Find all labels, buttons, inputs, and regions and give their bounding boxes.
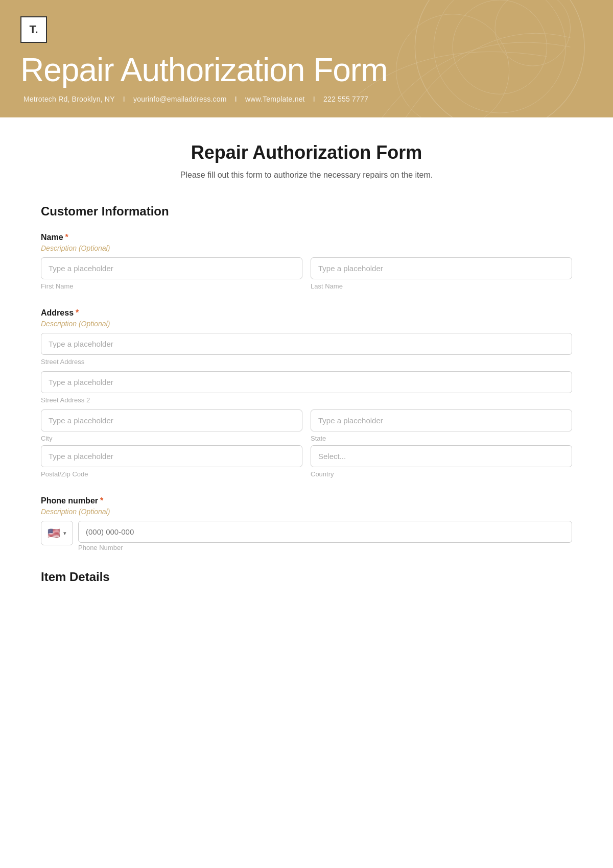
- street1-input[interactable]: [41, 333, 572, 355]
- contact-sep3: I: [313, 95, 317, 103]
- header-contact: Metrotech Rd, Brooklyn, NY I yourinfo@em…: [20, 95, 593, 103]
- item-details-title: Item Details: [41, 570, 572, 584]
- phone-field-group: Phone number * Description (Optional) 🇺🇸…: [41, 496, 572, 551]
- city-input[interactable]: [41, 409, 302, 431]
- phone-input-row: 🇺🇸 ▾ Phone Number: [41, 521, 572, 551]
- first-name-input[interactable]: [41, 257, 302, 279]
- street2-input[interactable]: [41, 371, 572, 393]
- contact-website: www.Template.net: [245, 95, 305, 103]
- city-sublabel: City: [41, 435, 302, 442]
- phone-label: Phone number *: [41, 496, 572, 505]
- customer-info-section: Customer Information Name * Description …: [41, 204, 572, 551]
- customer-info-title: Customer Information: [41, 204, 572, 219]
- state-col: State: [311, 409, 572, 442]
- form-title: Repair Authorization Form: [41, 142, 572, 163]
- phone-number-col: Phone Number: [78, 521, 572, 551]
- street1-sublabel: Street Address: [41, 358, 84, 366]
- contact-address: Metrotech Rd, Brooklyn, NY: [23, 95, 115, 103]
- address-required-marker: *: [76, 308, 79, 318]
- first-name-sublabel: First Name: [41, 282, 302, 290]
- contact-phone: 222 555 7777: [323, 95, 368, 103]
- item-details-section: Item Details: [41, 570, 572, 584]
- last-name-col: Last Name: [311, 257, 572, 290]
- state-sublabel: State: [311, 435, 572, 442]
- phone-required-marker: *: [100, 496, 103, 505]
- contact-sep2: I: [235, 95, 239, 103]
- postal-col: Postal/Zip Code: [41, 445, 302, 478]
- name-description: Description (Optional): [41, 244, 572, 252]
- phone-sublabel: Phone Number: [78, 544, 572, 551]
- country-input[interactable]: [311, 445, 572, 467]
- phone-flag: 🇺🇸: [48, 527, 60, 539]
- name-input-row: First Name Last Name: [41, 257, 572, 290]
- phone-country-selector[interactable]: 🇺🇸 ▾: [41, 521, 73, 545]
- chevron-down-icon: ▾: [63, 530, 66, 537]
- first-name-col: First Name: [41, 257, 302, 290]
- street2-row: Street Address 2: [41, 371, 572, 404]
- postal-sublabel: Postal/Zip Code: [41, 470, 302, 478]
- form-subtitle: Please fill out this form to authorize t…: [41, 171, 572, 180]
- contact-email: yourinfo@emailaddress.com: [133, 95, 227, 103]
- page-header: T. Repair Authorization Form Metrotech R…: [0, 0, 613, 117]
- address-description: Description (Optional): [41, 320, 572, 328]
- last-name-input[interactable]: [311, 257, 572, 279]
- company-logo: T.: [20, 16, 47, 43]
- address-field-group: Address * Description (Optional) Street …: [41, 308, 572, 478]
- postal-input[interactable]: [41, 445, 302, 467]
- phone-number-input[interactable]: [78, 521, 572, 543]
- name-field-group: Name * Description (Optional) First Name…: [41, 233, 572, 290]
- main-content: Repair Authorization Form Please fill ou…: [0, 117, 613, 629]
- contact-sep1: I: [123, 95, 127, 103]
- phone-description: Description (Optional): [41, 508, 572, 516]
- city-col: City: [41, 409, 302, 442]
- last-name-sublabel: Last Name: [311, 282, 572, 290]
- address-label: Address *: [41, 308, 572, 318]
- header-title: Repair Authorization Form: [20, 52, 593, 88]
- country-col: Country: [311, 445, 572, 478]
- state-input[interactable]: [311, 409, 572, 431]
- name-required-marker: *: [65, 233, 68, 242]
- country-sublabel: Country: [311, 470, 572, 478]
- street2-sublabel: Street Address 2: [41, 396, 90, 404]
- name-label: Name *: [41, 233, 572, 242]
- street1-row: Street Address: [41, 333, 572, 366]
- postal-country-row: Postal/Zip Code Country: [41, 445, 572, 478]
- city-state-row: City State: [41, 409, 572, 442]
